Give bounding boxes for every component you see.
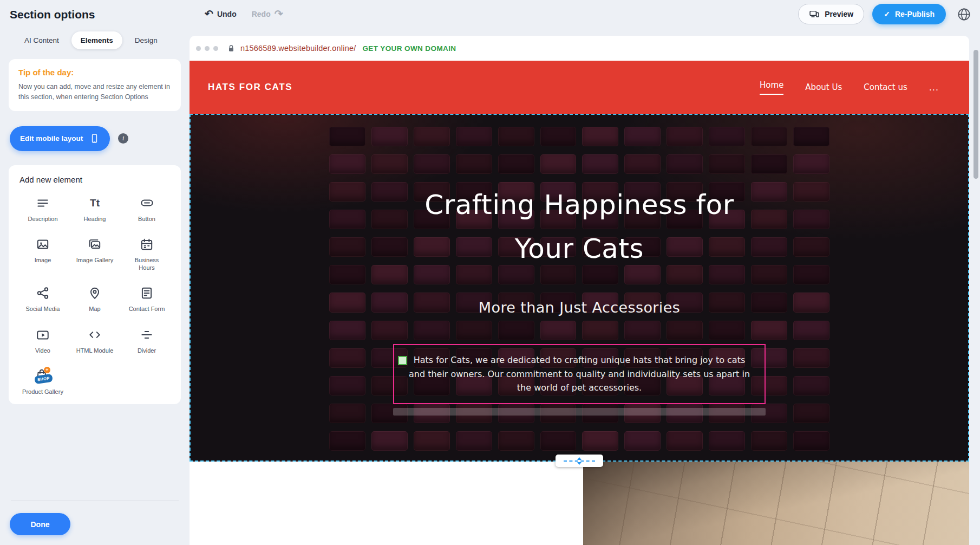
resize-down-arrow (577, 462, 582, 465)
element-business-hours[interactable]: Business Hours (122, 236, 171, 272)
element-contact-form[interactable]: Contact Form (122, 285, 171, 313)
resize-dash-line (564, 460, 595, 462)
map-icon (88, 285, 102, 301)
tab-ai-content[interactable]: AI Content (15, 31, 68, 49)
description-icon (36, 195, 50, 211)
undo-button[interactable]: ↶ Undo (205, 9, 237, 19)
done-button[interactable]: Done (10, 513, 70, 535)
element-drag-handle[interactable] (398, 356, 407, 365)
element-image[interactable]: Image (18, 236, 67, 272)
phone-icon (89, 133, 100, 144)
sidebar-divider (11, 501, 179, 501)
nav-about[interactable]: About Us (805, 82, 842, 92)
contact-form-icon (140, 285, 154, 301)
resize-up-arrow (577, 457, 582, 460)
hero-heading[interactable]: Crafting Happiness for Your Cats (409, 183, 750, 271)
section-resize-handle[interactable] (556, 455, 603, 467)
add-element-title: Add new element (19, 175, 171, 184)
site-logo[interactable]: HATS FOR CATS (208, 82, 292, 93)
devices-icon (809, 9, 820, 20)
scrollbar-thumb[interactable] (974, 50, 978, 179)
redo-button[interactable]: Redo ↷ (252, 9, 283, 19)
hero-subheading[interactable]: More than Just Accessories (479, 299, 680, 316)
next-section (190, 462, 969, 545)
pavement-photo (583, 462, 969, 545)
video-icon (36, 327, 50, 343)
divider-icon (140, 327, 154, 343)
tab-elements[interactable]: Elements (71, 31, 122, 49)
sidebar: AI Content Elements Design Tip of the da… (0, 28, 190, 545)
site-url: n1566589.websitebuilder.online/ (240, 44, 356, 53)
element-map[interactable]: Map (70, 285, 119, 313)
hero-content: Crafting Happiness for Your Cats More th… (191, 115, 968, 460)
nav-contact[interactable]: Contact us (864, 82, 907, 92)
html-module-icon (88, 327, 102, 343)
page-title: Section options (10, 8, 95, 21)
site-nav: Home About Us Contact us ... (760, 80, 939, 95)
business-hours-icon (140, 236, 154, 252)
image-icon (36, 236, 50, 252)
element-video[interactable]: Video (18, 327, 67, 354)
window-dots (196, 46, 218, 51)
image-gallery-icon (88, 236, 102, 252)
element-divider[interactable]: Divider (122, 327, 171, 354)
add-element-panel: Add new element Description Tt Heading B… (9, 165, 181, 405)
topbar: Section options ↶ Undo Redo ↷ Preview ✓ … (0, 0, 980, 28)
element-button[interactable]: Button (122, 195, 171, 223)
site-preview: HATS FOR CATS Home About Us Contact us .… (190, 61, 969, 545)
hero-section-selected[interactable]: Crafting Happiness for Your Cats More th… (190, 114, 969, 462)
browser-bar: n1566589.websitebuilder.online/ GET YOUR… (190, 36, 969, 61)
tab-design[interactable]: Design (126, 31, 167, 49)
edit-mobile-label: Edit mobile layout (20, 134, 83, 142)
site-header: HATS FOR CATS Home About Us Contact us .… (190, 61, 969, 114)
preview-button[interactable]: Preview (798, 4, 864, 24)
history-controls: ↶ Undo Redo ↷ (205, 9, 283, 19)
republish-button[interactable]: ✓ Re-Publish (872, 4, 946, 24)
tip-title: Tip of the day: (18, 68, 171, 77)
republish-label: Re-Publish (895, 10, 935, 18)
get-domain-link[interactable]: GET YOUR OWN DOMAIN (362, 44, 456, 53)
tip-card: Tip of the day: Now you can add, move an… (9, 59, 181, 111)
tip-body: Now you can add, move and resize any ele… (18, 82, 171, 102)
redo-icon: ↷ (275, 9, 283, 19)
element-html-module[interactable]: HTML Module (70, 327, 119, 354)
lock-icon (227, 44, 236, 53)
edit-mobile-layout-button[interactable]: Edit mobile layout (10, 126, 110, 151)
info-icon[interactable]: i (118, 133, 128, 144)
element-grid: Description Tt Heading Button Image Imag… (18, 195, 171, 396)
shop-label: SHOP (34, 374, 53, 384)
topbar-actions: Preview ✓ Re-Publish (798, 4, 974, 24)
undo-label: Undo (217, 10, 237, 18)
social-media-icon (36, 285, 50, 301)
element-product-gallery[interactable]: SHOP + Product Gallery (18, 368, 67, 395)
product-gallery-icon: SHOP + (35, 368, 51, 384)
button-icon (140, 195, 154, 211)
nav-home[interactable]: Home (760, 80, 783, 95)
mobile-layout-row: Edit mobile layout i (9, 126, 181, 151)
canvas-scrollbar[interactable] (974, 33, 978, 542)
hero-paragraph: Hats for Cats, we are dedicated to craft… (408, 353, 750, 395)
nav-more-button[interactable]: ... (929, 82, 939, 93)
check-icon: ✓ (884, 10, 890, 18)
undo-icon: ↶ (205, 9, 213, 19)
element-hover-ghost (393, 408, 766, 416)
language-globe-button[interactable] (954, 4, 974, 24)
element-heading[interactable]: Tt Heading (70, 195, 119, 223)
selected-text-element[interactable]: Hats for Cats, we are dedicated to craft… (393, 344, 766, 404)
canvas: n1566589.websitebuilder.online/ GET YOUR… (190, 28, 980, 545)
element-description[interactable]: Description (18, 195, 67, 223)
sidebar-tabs: AI Content Elements Design (9, 31, 181, 49)
heading-icon: Tt (90, 195, 100, 211)
element-image-gallery[interactable]: Image Gallery (70, 236, 119, 272)
shop-plus-badge: + (44, 367, 50, 373)
element-social-media[interactable]: Social Media (18, 285, 67, 313)
next-section-blank (190, 462, 583, 545)
redo-label: Redo (252, 10, 271, 18)
preview-label: Preview (825, 10, 853, 18)
